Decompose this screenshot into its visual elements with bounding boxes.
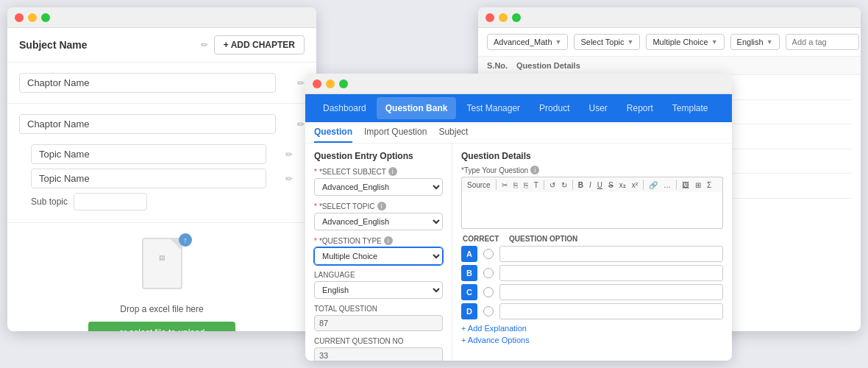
superscript-btn[interactable]: x² xyxy=(630,180,640,190)
question-details-panel: Question Details *Type Your Question i S… xyxy=(452,144,732,361)
advance-options-link[interactable]: + Advance Options xyxy=(461,336,723,344)
option-radio-b[interactable] xyxy=(483,268,494,278)
chapter1-name: Chaptor Name xyxy=(19,73,276,93)
subtopic-label: Sub topic xyxy=(31,197,68,207)
add-tag-input[interactable] xyxy=(786,34,859,50)
topic-section: Topic Name ✏ Topic Name ✏ Sub topic xyxy=(19,138,305,216)
upload-box: ▤ ↑ Drop a excel file here or select fil… xyxy=(88,238,235,331)
lang-field-group: LANGUAGE English xyxy=(314,271,443,299)
redo-btn[interactable]: ↻ xyxy=(559,180,569,190)
subscript-btn[interactable]: x₂ xyxy=(617,180,628,190)
question-details-title: Question Details xyxy=(461,151,723,161)
qtype-field-label: * *QUESTION TYPE i xyxy=(314,236,443,245)
win2-close-icon[interactable] xyxy=(485,13,494,22)
option-radio-c[interactable] xyxy=(483,287,494,297)
paste-btn[interactable]: ⎘ xyxy=(522,180,530,190)
subject-chapter-window: Subject Name ✏ + ADD CHAPTER Chaptor Nam… xyxy=(7,7,316,331)
subtopic-input[interactable] xyxy=(74,193,147,210)
maximize-icon[interactable] xyxy=(41,13,50,22)
win3-close-icon[interactable] xyxy=(313,79,321,88)
close-icon[interactable] xyxy=(15,13,24,22)
chapter2-section: Chaptor Name ✏ Topic Name ✏ Topic Name ✏… xyxy=(7,104,316,223)
question-info-icon: i xyxy=(530,166,539,174)
topic2-edit-icon[interactable]: ✏ xyxy=(285,174,293,184)
nav-product[interactable]: Product xyxy=(530,97,578,119)
current-q-input xyxy=(314,347,443,361)
topic-field-label: * *SELECT TOPIC i xyxy=(314,202,443,210)
win3-minimize-icon[interactable] xyxy=(326,79,335,88)
qtype-field-group: * *QUESTION TYPE i Multiple Choice xyxy=(314,236,443,265)
win2-minimize-icon[interactable] xyxy=(499,13,508,22)
nav-template[interactable]: Template xyxy=(664,97,717,119)
chapter2-edit-icon[interactable]: ✏ xyxy=(297,119,305,130)
nav-question-bank[interactable]: Question Bank xyxy=(377,97,457,119)
minimize-icon[interactable] xyxy=(28,13,37,22)
topic2-name: Topic Name xyxy=(31,169,266,188)
italic-btn[interactable]: I xyxy=(587,180,594,190)
chapter2-row: Chaptor Name ✏ xyxy=(19,110,305,138)
nav-user[interactable]: User xyxy=(580,97,616,119)
subject-select[interactable]: Advanced_English xyxy=(314,178,443,196)
option-col-header: QUESTION OPTION xyxy=(509,235,722,243)
win1-titlebar xyxy=(7,7,316,28)
total-q-label: TOTAL QUESTION xyxy=(314,305,443,313)
nav-report[interactable]: Report xyxy=(618,97,662,119)
subtab-subject[interactable]: Subject xyxy=(438,127,468,143)
link-btn[interactable]: 🔗 xyxy=(647,180,660,190)
lang-dropdown[interactable]: English ▼ xyxy=(730,34,780,50)
chapter1-edit-icon[interactable]: ✏ xyxy=(297,78,305,88)
paste-text-btn[interactable]: T xyxy=(532,180,541,190)
nav-test-manager[interactable]: Test Manager xyxy=(458,97,529,119)
select-file-button[interactable]: or select file to upload xyxy=(88,322,235,331)
subject-field-group: * *SELECT SUBJECT i Advanced_English xyxy=(314,167,443,196)
subtab-import[interactable]: Import Question xyxy=(364,127,427,143)
option-input-c[interactable] xyxy=(499,284,723,300)
win3-maximize-icon[interactable] xyxy=(339,79,348,88)
lang-field-label: LANGUAGE xyxy=(314,271,443,279)
add-chapter-button[interactable]: + ADD CHAPTER xyxy=(214,35,305,54)
table-btn[interactable]: ⊞ xyxy=(693,180,703,190)
question-bank-window: Dashboard Question Bank Test Manager Pro… xyxy=(305,74,732,361)
subtab-question[interactable]: Question xyxy=(314,127,352,143)
qtype-info-icon: i xyxy=(384,236,393,245)
source-btn[interactable]: Source xyxy=(465,180,493,190)
option-radio-a[interactable] xyxy=(483,249,494,259)
qtype-select[interactable]: Multiple Choice xyxy=(314,247,443,265)
editor-toolbar: Source ✂ ⎘ ⎘ T ↺ ↻ B I U S x₂ x² 🔗 … xyxy=(461,177,723,192)
cut-btn[interactable]: ✂ xyxy=(499,180,510,190)
subject-edit-icon[interactable]: ✏ xyxy=(201,40,208,50)
option-badge-a: A xyxy=(461,246,477,262)
strike-btn[interactable]: S xyxy=(606,180,616,190)
option-input-b[interactable] xyxy=(499,265,723,281)
add-explanation-link[interactable]: + Add Explanation xyxy=(461,324,723,333)
question-editor[interactable] xyxy=(461,192,723,229)
entry-options-panel: Question Entry Options * *SELECT SUBJECT… xyxy=(305,144,452,361)
option-radio-d[interactable] xyxy=(483,306,494,316)
underline-btn[interactable]: U xyxy=(595,180,605,190)
more-btn[interactable]: … xyxy=(661,180,673,190)
bold-btn[interactable]: B xyxy=(576,180,586,190)
current-q-label: CURRENT QUESTION NO xyxy=(314,337,443,345)
undo-btn[interactable]: ↺ xyxy=(547,180,558,190)
image-btn[interactable]: 🖼 xyxy=(680,180,691,190)
win2-maximize-icon[interactable] xyxy=(512,13,521,22)
option-input-a[interactable] xyxy=(499,246,723,262)
nav-dashboard[interactable]: Dashboard xyxy=(314,97,375,119)
qtype-dropdown[interactable]: Multiple Choice ▼ xyxy=(646,34,724,50)
subject-dropdown[interactable]: Advanced_Math ▼ xyxy=(487,34,568,50)
win3-nav: Dashboard Question Bank Test Manager Pro… xyxy=(305,94,732,122)
chapter1-row: Chaptor Name ✏ xyxy=(19,68,305,97)
option-input-d[interactable] xyxy=(499,303,723,319)
table-header: S.No. Question Details xyxy=(478,57,861,75)
topic1-edit-icon[interactable]: ✏ xyxy=(285,149,293,160)
bottom-actions: + Add Explanation + Advance Options xyxy=(461,324,723,344)
lang-select[interactable]: English xyxy=(314,281,443,299)
formula-btn[interactable]: Σ xyxy=(705,180,714,190)
topic-select[interactable]: Advanced_English xyxy=(314,213,443,230)
topic-dropdown[interactable]: Select Topic ▼ xyxy=(574,34,640,50)
copy-btn[interactable]: ⎘ xyxy=(511,180,520,190)
subject-title: Subject Name xyxy=(19,39,88,51)
type-your-q-label: *Type Your Question i xyxy=(461,166,723,174)
win3-titlebar xyxy=(305,74,732,94)
subtopic-row: Sub topic xyxy=(31,193,293,210)
